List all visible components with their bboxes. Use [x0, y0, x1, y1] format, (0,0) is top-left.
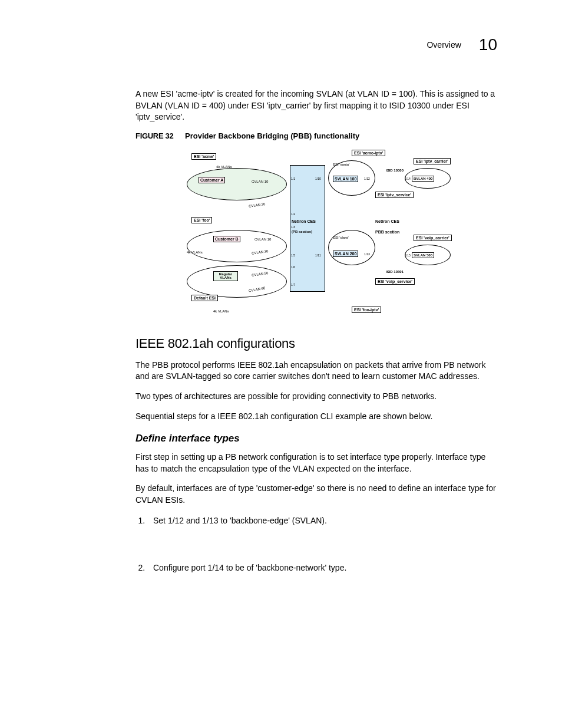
customer-b-box: Customer B — [213, 236, 240, 242]
pbb-section-text: PBB section — [375, 230, 399, 234]
svlan-100-box: SVLAN 100 — [333, 176, 358, 182]
esi-clara-label: ESI 'clara' — [333, 236, 349, 239]
svlan-500-box: SVLAN 500 — [412, 252, 434, 258]
step-item-2: Configure port 1/14 to be of 'backbone-n… — [147, 562, 497, 574]
regular-vlans-box: RegularVLANs — [213, 271, 238, 281]
diagram-container: ESI 'acme' 4k VLANs Customer A CVLAN 10 … — [135, 147, 497, 318]
pb-section-box — [290, 165, 325, 292]
port-1-15: 1/15 — [405, 253, 411, 257]
pb-section-text: (PB section) — [292, 230, 312, 233]
svlan-200-box: SVLAN 200 — [333, 251, 358, 257]
paragraph-5: By default, interfaces are of type 'cust… — [135, 483, 497, 506]
cloud-customer-a — [187, 168, 287, 200]
chapter-number: 10 — [479, 35, 497, 54]
paragraph-1: The PBB protocol performs IEEE 802.1ah e… — [135, 360, 497, 383]
cvlan-10: CVLAN 10 — [252, 180, 268, 183]
page-header: Overview 10 — [427, 35, 497, 54]
figure-caption: Provider Backbone Bridging (PBB) functio… — [185, 131, 359, 140]
page-content: A new ESI 'acme-iptv' is created for the… — [135, 88, 497, 574]
step-item-1: Set 1/12 and 1/13 to 'backbone-edge' (SV… — [147, 515, 497, 526]
esi-santa-label: ESI 'santa' — [333, 163, 349, 166]
port-1-12: 1/12 — [364, 177, 370, 180]
section-heading: IEEE 802.1ah configurations — [135, 336, 497, 351]
isid-10301-text: ISID 10301 — [386, 270, 404, 274]
netiron-ces-pbb-label: NetIron CES — [375, 219, 399, 223]
cvlan-20: CVLAN 20 — [249, 202, 266, 208]
intro-paragraph: A new ESI 'acme-iptv' is created for the… — [135, 88, 497, 123]
cloud-customer-b — [187, 230, 287, 262]
esi-foo-iptv-label: ESI 'foo-iptv' — [352, 307, 381, 313]
4k-vlans-b: 4k VLANs — [187, 251, 203, 254]
port-1-3: 1/3 — [291, 225, 295, 229]
cloud-regular-vlans — [187, 265, 287, 298]
port-1-11: 1/11 — [315, 253, 321, 257]
paragraph-2: Two types of architectures are possible … — [135, 391, 497, 403]
cvlan-10b: CVLAN 10 — [254, 238, 271, 241]
figure-caption-row: FIGURE 32 Provider Backbone Bridging (PB… — [135, 131, 497, 140]
esi-voip-service-label: ESI 'voip_service' — [375, 278, 415, 285]
paragraph-3: Sequential steps for a IEEE 802.1ah conf… — [135, 411, 497, 423]
cloud-clara — [328, 230, 375, 265]
port-1-6: 1/6 — [291, 265, 295, 269]
pbb-diagram: ESI 'acme' 4k VLANs Customer A CVLAN 10 … — [181, 147, 452, 318]
bvlan-400-box: BVLAN 400 — [412, 176, 434, 182]
port-1-5: 1/5 — [291, 253, 295, 257]
esi-acme-label: ESI 'acme' — [191, 153, 216, 160]
subsection-heading: Define interface types — [135, 433, 497, 444]
port-1-1: 1/1 — [291, 177, 295, 180]
esi-iptv-carrier-label: ESI 'iptv_carrier' — [414, 158, 451, 164]
isid-10300-text: ISID 10300 — [386, 169, 404, 172]
steps-list: Set 1/12 and 1/13 to 'backbone-edge' (SV… — [147, 515, 497, 574]
4k-vlans-c: 4k VLANs — [213, 309, 229, 313]
port-1-10: 1/10 — [315, 177, 321, 180]
customer-a-box: Customer A — [199, 177, 225, 183]
port-1-2: 1/2 — [291, 212, 295, 216]
4k-vlans-a: 4k VLANs — [216, 165, 232, 169]
esi-foo-label: ESI 'foo' — [191, 217, 212, 223]
netiron-ces-pb-label: NetIron CES — [292, 219, 316, 223]
esi-acme-iptv-label: ESI 'acme-iptv' — [352, 150, 385, 156]
header-section-label: Overview — [427, 40, 461, 50]
port-1-14: 1/14 — [405, 177, 411, 180]
figure-label: FIGURE 32 — [135, 131, 173, 140]
port-1-7: 1/7 — [291, 283, 295, 286]
port-1-13: 1/13 — [364, 252, 370, 256]
esi-iptv-service-label: ESI 'iptv_service' — [375, 192, 414, 198]
paragraph-4: First step in setting up a PB network co… — [135, 452, 497, 475]
default-esi-label: Default ESI — [191, 295, 218, 301]
esi-voip-carrier-label: ESI 'voip_carrier' — [414, 235, 452, 241]
